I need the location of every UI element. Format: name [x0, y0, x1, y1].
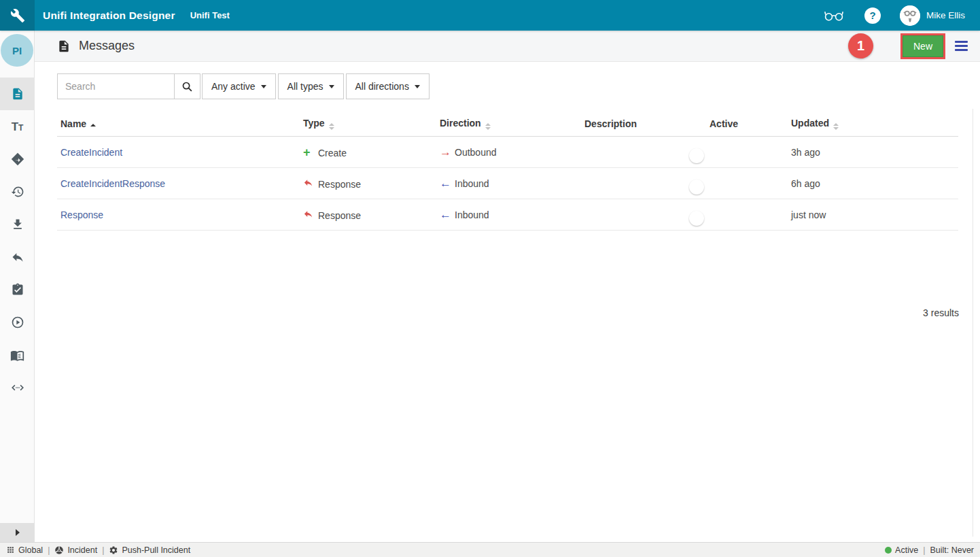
sidebar-item-messages[interactable] — [0, 78, 35, 110]
context-breadcrumb: Global | Incident | Push-Pull Incident — [6, 545, 190, 555]
search-input[interactable] — [57, 73, 175, 99]
sidebar-expand-button[interactable] — [0, 523, 35, 542]
integration-avatar[interactable]: PI — [1, 34, 33, 67]
annotation-step-badge: 1 — [848, 33, 873, 58]
transform-icon — [10, 152, 25, 167]
sidebar-item-transform[interactable] — [0, 143, 35, 175]
chevron-down-icon — [415, 85, 420, 88]
table-row: CreateIncidentResponse Response ←Inbound… — [57, 168, 958, 199]
sort-icon — [485, 123, 491, 131]
column-header-name[interactable]: Name — [57, 118, 300, 129]
sidebar-item-documentation[interactable] — [0, 339, 35, 371]
process-label[interactable]: Incident — [67, 545, 97, 555]
chevron-down-icon — [329, 85, 334, 88]
sidebar-item-code[interactable] — [0, 371, 35, 404]
app-logo[interactable] — [0, 0, 35, 31]
left-sidebar: PI TT — [0, 31, 35, 542]
direction-filter-dropdown[interactable]: All directions — [346, 73, 430, 99]
menu-icon[interactable] — [955, 39, 968, 53]
updated-cell: 3h ago — [791, 147, 820, 158]
scope-label[interactable]: Global — [18, 545, 43, 555]
text-fields-icon: TT — [12, 121, 24, 133]
inbound-arrow-icon: ← — [440, 209, 455, 220]
messages-page-icon — [57, 39, 71, 53]
page-title: Messages — [79, 39, 135, 53]
status-bar: Global | Incident | Push-Pull Incident A… — [0, 542, 980, 557]
active-status-label: Active — [895, 545, 918, 555]
table-row: CreateIncident +Create →Outbound 3h ago — [57, 137, 958, 168]
type-filter-dropdown[interactable]: All types — [278, 73, 344, 99]
message-link[interactable]: Response — [60, 209, 103, 220]
help-icon[interactable]: ? — [864, 7, 881, 24]
chevron-down-icon — [261, 85, 266, 88]
results-count: 3 results — [923, 307, 959, 318]
new-button[interactable]: New — [903, 35, 943, 57]
search-icon — [181, 81, 193, 92]
integration-label[interactable]: Push-Pull Incident — [122, 545, 190, 555]
updated-cell: 6h ago — [791, 178, 820, 189]
annotation-highlight-box: New — [900, 33, 945, 59]
updated-cell: just now — [791, 209, 826, 220]
search-button[interactable] — [175, 73, 200, 99]
sort-icon — [833, 123, 839, 131]
sidebar-item-text-fields[interactable]: TT — [0, 110, 35, 143]
main-panel: Messages 1 New Any active All types All … — [35, 31, 980, 542]
workspace-name: Unifi Test — [190, 10, 230, 20]
table-row: Response Response ←Inbound just now — [57, 199, 958, 231]
play-circle-icon — [11, 316, 24, 329]
glasses-icon[interactable] — [824, 9, 844, 22]
messages-table: Name Type Direction Description Active U… — [57, 112, 958, 231]
sidebar-item-run[interactable] — [0, 306, 35, 339]
create-type-icon: + — [303, 146, 318, 158]
user-name[interactable]: Mike Ellis — [926, 10, 965, 20]
column-header-description: Description — [581, 118, 700, 129]
clipboard-check-icon — [11, 283, 24, 297]
incident-icon — [54, 545, 64, 555]
column-header-updated[interactable]: Updated — [788, 118, 958, 131]
active-status-icon — [885, 547, 892, 554]
outbound-arrow-icon: → — [440, 146, 455, 158]
top-app-bar: Unifi Integration Designer Unifi Test ? … — [0, 0, 980, 31]
sort-icon — [329, 123, 334, 131]
wrench-icon — [10, 8, 25, 23]
scrollbar-track[interactable] — [973, 109, 973, 537]
user-avatar-icon[interactable] — [900, 5, 920, 26]
message-link[interactable]: CreateIncident — [60, 147, 122, 158]
expand-arrow-icon — [16, 529, 20, 536]
app-title: Unifi Integration Designer — [43, 10, 175, 22]
reply-icon — [11, 250, 24, 264]
sidebar-item-tasks[interactable] — [0, 273, 35, 306]
built-label: Built: Never — [930, 545, 974, 555]
sidebar-item-history[interactable] — [0, 175, 35, 208]
sort-asc-icon — [90, 124, 96, 129]
message-link[interactable]: CreateIncidentResponse — [60, 178, 165, 189]
sidebar-item-response[interactable] — [0, 241, 35, 273]
sidebar-item-download[interactable] — [0, 208, 35, 241]
table-header-row: Name Type Direction Description Active U… — [57, 112, 958, 137]
book-icon — [10, 348, 24, 362]
gear-icon — [109, 545, 118, 555]
grid-icon — [6, 545, 15, 554]
download-icon — [11, 218, 24, 231]
page-header: Messages 1 New — [35, 31, 980, 62]
active-filter-dropdown[interactable]: Any active — [202, 73, 276, 99]
column-header-direction[interactable]: Direction — [436, 118, 581, 131]
response-type-icon — [303, 178, 318, 188]
build-status: Active | Built: Never — [885, 545, 974, 555]
history-icon — [11, 185, 24, 199]
column-header-active: Active — [700, 118, 788, 129]
messages-icon — [11, 87, 24, 101]
response-type-icon — [303, 209, 318, 219]
filter-bar: Any active All types All directions — [35, 62, 980, 112]
code-icon — [10, 380, 25, 395]
inbound-arrow-icon: ← — [440, 178, 455, 189]
column-header-type[interactable]: Type — [300, 118, 436, 131]
